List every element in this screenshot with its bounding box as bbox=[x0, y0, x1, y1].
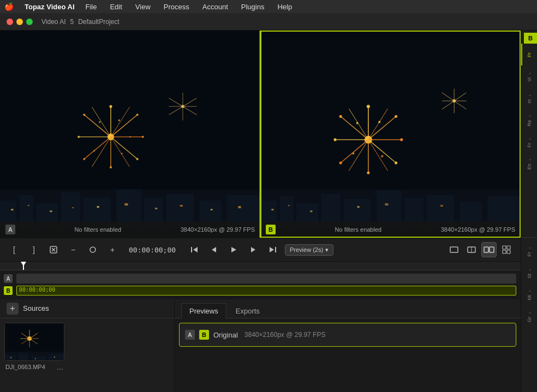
svg-rect-133 bbox=[32, 356, 46, 361]
view-split-button[interactable] bbox=[464, 242, 479, 257]
sidebar-item-fr-bottom[interactable]: › Fr bbox=[521, 240, 537, 262]
preview-area: A No filters enabled 3840×2160px @ 29.97… bbox=[0, 31, 521, 238]
close-button[interactable] bbox=[7, 19, 13, 25]
minimize-button[interactable] bbox=[16, 19, 23, 25]
menu-account[interactable]: Account bbox=[200, 2, 230, 12]
remove-frame-button[interactable] bbox=[46, 242, 61, 257]
in-point-button[interactable]: [ bbox=[7, 242, 22, 257]
sidebar-item-label: Gr bbox=[527, 317, 532, 322]
source-filename: DJI_0663.MP4 ... bbox=[4, 363, 64, 371]
playhead[interactable] bbox=[23, 262, 24, 270]
row-specs: 3840×2160px @ 29.97 FPS bbox=[244, 331, 326, 339]
svg-point-89 bbox=[395, 115, 397, 118]
view-side-by-side-button[interactable] bbox=[481, 242, 497, 257]
sidebar-item-grain[interactable]: › Gr bbox=[521, 305, 537, 327]
rs-bottom: › Fr › St › Mi › Gr bbox=[521, 238, 537, 392]
sidebar-item-preview[interactable]: Pr bbox=[521, 44, 537, 65]
plus-button[interactable]: + bbox=[105, 242, 120, 257]
tab-exports[interactable]: Exports bbox=[228, 303, 268, 318]
sidebar-item-input[interactable]: › In bbox=[521, 87, 537, 109]
expand-icon: › bbox=[527, 312, 533, 314]
svg-marker-116 bbox=[231, 247, 236, 252]
svg-point-44 bbox=[99, 121, 100, 123]
svg-rect-144 bbox=[10, 357, 11, 358]
svg-rect-13 bbox=[28, 205, 29, 206]
traffic-lights bbox=[7, 19, 33, 25]
svg-rect-16 bbox=[97, 206, 99, 208]
timeline-ruler[interactable] bbox=[0, 262, 521, 270]
expand-icon: › bbox=[527, 138, 533, 140]
frame-back-button[interactable] bbox=[206, 242, 222, 257]
svg-rect-124 bbox=[490, 247, 494, 252]
pane-b-badge: B bbox=[266, 225, 276, 234]
sidebar-item-enhance[interactable]: › En bbox=[521, 153, 537, 174]
center-area: A No filters enabled 3840×2160px @ 29.97… bbox=[0, 31, 521, 392]
app-name: Topaz Video AI bbox=[25, 3, 75, 11]
svg-point-94 bbox=[333, 138, 336, 141]
preview-selector[interactable]: Preview (2s) ▾ bbox=[285, 244, 333, 256]
sidebar-item-label: En bbox=[527, 164, 532, 170]
view-single-button[interactable] bbox=[446, 242, 462, 257]
timecode-display: 00:00:00;00 bbox=[129, 246, 178, 254]
svg-rect-14 bbox=[50, 210, 52, 212]
view-buttons bbox=[446, 242, 514, 257]
svg-point-43 bbox=[118, 119, 120, 121]
pane-a-footer: A No filters enabled 3840×2160px @ 29.97… bbox=[0, 221, 260, 238]
svg-rect-70 bbox=[288, 205, 290, 206]
source-more-button[interactable]: ... bbox=[57, 363, 63, 371]
source-label: DJI_0663.MP4 bbox=[5, 364, 45, 370]
svg-point-39 bbox=[110, 166, 112, 168]
svg-rect-119 bbox=[275, 247, 276, 252]
track-content-b[interactable]: 00:00:00;00 bbox=[16, 286, 516, 295]
sidebar-item-label: St bbox=[527, 274, 532, 279]
maximize-button[interactable] bbox=[26, 19, 33, 25]
svg-point-45 bbox=[121, 153, 123, 154]
out-point-button[interactable]: ] bbox=[26, 242, 41, 257]
tabs-header: Previews Exports bbox=[175, 299, 521, 318]
list-item[interactable]: DJI_0663.MP4 ... bbox=[4, 323, 64, 371]
sidebar-item-stabilize[interactable]: › St bbox=[521, 262, 537, 284]
sidebar-item-label: Fr bbox=[527, 143, 532, 148]
keyframe-button[interactable] bbox=[85, 242, 100, 257]
tab-previews[interactable]: Previews bbox=[181, 303, 226, 318]
row-badge-b: B bbox=[199, 330, 209, 340]
sources-add-button[interactable]: + bbox=[7, 303, 19, 315]
sources-header: + Sources bbox=[0, 299, 174, 318]
svg-point-35 bbox=[109, 105, 112, 108]
menu-process[interactable]: Process bbox=[162, 2, 192, 12]
sidebar-item-motion[interactable]: › Mi bbox=[521, 284, 537, 305]
sidebar-item-video[interactable]: › Vi bbox=[521, 65, 537, 87]
preview-label: Preview (2s) bbox=[290, 246, 323, 253]
step-forward-button[interactable] bbox=[265, 242, 281, 257]
menu-file[interactable]: File bbox=[83, 2, 99, 12]
track-content-a[interactable] bbox=[16, 274, 516, 284]
playhead-triangle bbox=[21, 262, 26, 266]
menu-plugins[interactable]: Plugins bbox=[239, 2, 267, 12]
step-back-button[interactable] bbox=[187, 242, 202, 257]
preview-divider[interactable] bbox=[260, 31, 261, 238]
sidebar-item-label: Fr bbox=[527, 252, 532, 257]
sidebar-item-remove[interactable]: › Re bbox=[521, 109, 537, 131]
sidebar-item-label: Mi bbox=[527, 295, 532, 300]
menu-edit[interactable]: Edit bbox=[108, 2, 124, 12]
track-badge-a: A bbox=[4, 274, 13, 283]
svg-point-47 bbox=[129, 136, 131, 138]
menu-view[interactable]: View bbox=[133, 2, 153, 12]
sidebar-item-frame[interactable]: › Fr bbox=[521, 131, 537, 153]
title-bar-label: Video AI bbox=[41, 18, 65, 26]
timeline-area: A B 00:00:00;00 bbox=[0, 262, 521, 299]
playback-controls: [ ] − + 00:00:00;00 bbox=[0, 238, 521, 262]
svg-marker-118 bbox=[270, 247, 274, 252]
sources-title: Sources bbox=[23, 304, 49, 312]
expand-icon: › bbox=[527, 291, 533, 292]
view-grid-button[interactable] bbox=[499, 242, 514, 257]
svg-point-99 bbox=[352, 152, 354, 154]
svg-rect-134 bbox=[49, 354, 64, 361]
svg-point-95 bbox=[339, 115, 342, 118]
svg-rect-127 bbox=[503, 250, 506, 254]
minus-button[interactable]: − bbox=[65, 242, 81, 257]
frame-forward-button[interactable] bbox=[246, 242, 261, 257]
play-button[interactable] bbox=[226, 242, 241, 257]
list-item[interactable]: A B Original 3840×2160px @ 29.97 FPS bbox=[179, 323, 516, 347]
menu-help[interactable]: Help bbox=[275, 2, 294, 12]
